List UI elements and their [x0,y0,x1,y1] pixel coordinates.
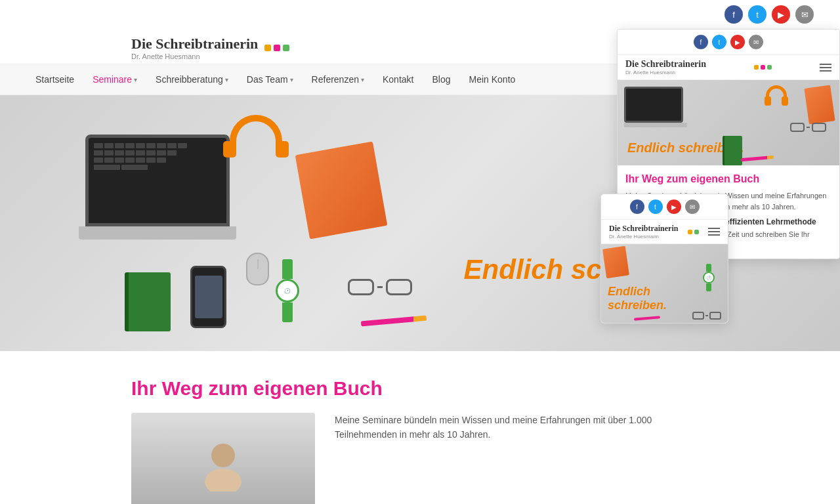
youtube-icon[interactable]: ▶ [772,5,790,24]
book-illustration [302,148,381,233]
overlay-em-icon[interactable]: ✉ [749,35,763,49]
site-name[interactable]: Die Schreibtrainerin [131,35,258,52]
overlay-glasses-icon [790,123,826,132]
dot-pink [274,45,280,51]
tablet-fb-icon[interactable]: f [630,200,644,214]
overlay-pencil-icon [741,157,774,160]
chevron-down-icon: ▾ [134,76,137,83]
tablet-dot-orange [688,230,692,234]
glasses-illustration [348,279,412,295]
dot-green [283,45,289,51]
overlay-site-subtitle: Dr. Anette Huesmann [625,70,706,75]
headphones-illustration [230,115,282,148]
overlay-desktop-social: f t ▶ ✉ [618,30,839,54]
chevron-down-icon: ▾ [361,76,364,83]
overlay-dot-pink [761,65,765,70]
overlay-site-name: Die Schreibtrainerin [625,59,706,70]
top-social-bar: f t ▶ ✉ [0,0,840,29]
tablet-watch-icon: 🕐 [703,264,715,291]
phone-illustration [190,266,226,328]
dot-orange [264,45,271,51]
overlay-yt-icon[interactable]: ▶ [730,35,745,49]
tablet-tw-icon[interactable]: t [648,200,663,214]
nav-item-seminare[interactable]: Seminare ▾ [83,64,146,94]
overlay-desktop-logo-bar: Die Schreibtrainerin Dr. Anette Huesmann [618,54,839,80]
tablet-overlay: f t ▶ ✉ Die Schreibtrainerin Dr. Anette … [600,194,728,324]
overlay-headphones-icon [766,85,787,98]
nav-item-referenzen[interactable]: Referenzen ▾ [303,64,373,94]
twitter-icon[interactable]: t [748,5,766,24]
nav-item-kontakt[interactable]: Kontakt [373,64,423,94]
email-icon[interactable]: ✉ [795,5,814,24]
overlay-logo-dots [754,65,772,70]
tablet-yt-icon[interactable]: ▶ [667,200,681,214]
tablet-hamburger-icon[interactable] [708,228,720,236]
overlay-dot-green [767,65,772,70]
svg-point-0 [211,444,235,467]
overlay-section-title: Ihr Weg zum eigenen Buch [625,173,831,185]
site-subtitle: Dr. Anette Huesmann [131,52,258,60]
tablet-book-icon [604,247,627,277]
nav-item-mein-konto[interactable]: Mein Konto [460,64,525,94]
svg-point-1 [205,469,242,492]
logo-dots [264,45,289,51]
overlay-fb-icon[interactable]: f [694,35,708,49]
overlay-laptop-icon [624,87,687,127]
content-image [131,413,315,504]
tablet-logo-dots [688,230,699,234]
tablet-em-icon[interactable]: ✉ [685,200,700,214]
overlay-desktop-hero: Endlich schreiben. [618,80,839,165]
mouse-illustration [246,253,269,285]
tablet-site-subtitle: Dr. Anette Huesmann [609,234,678,240]
tablet-logo-bar: Die Schreibtrainerin Dr. Anette Huesmann [601,219,728,244]
tablet-pencil-icon [634,317,660,320]
overlay-tw-icon[interactable]: t [712,35,726,49]
content-section: Ihr Weg zum eigenen Buch Meine Seminare … [0,351,840,504]
nav-item-startseite[interactable]: Startseite [26,64,83,94]
watch-illustration: 🕐 [276,259,299,322]
overlay-notebook-icon [723,136,742,165]
nav-item-das-team[interactable]: Das Team ▾ [238,64,303,94]
chevron-down-icon: ▾ [290,76,293,83]
hamburger-menu-icon[interactable] [820,64,831,72]
tablet-tagline: Endlich schreiben. [608,285,667,313]
tablet-glasses-icon [692,312,721,320]
facebook-icon[interactable]: f [724,5,743,24]
overlay-book-icon [807,87,833,123]
nav-item-blog[interactable]: Blog [423,64,459,94]
laptop-illustration [85,135,269,253]
tablet-hero: 🕐 Endlich schreiben. [601,244,728,323]
chevron-down-icon: ▾ [225,76,228,83]
notebook-illustration [125,272,171,331]
section-title: Ihr Weg zum eigenen Buch [131,377,709,400]
tablet-site-name: Die Schreibtrainerin [609,224,678,234]
tablet-dot-green [694,230,699,234]
tablet-social-bar: f t ▶ ✉ [601,194,728,219]
pencil-illustration [361,316,427,327]
content-body-text: Meine Seminare bündeln mein Wissen und m… [335,413,709,504]
nav-item-schreibberatung[interactable]: Schreibberatung ▾ [146,64,238,94]
overlay-dot-orange [754,65,759,70]
